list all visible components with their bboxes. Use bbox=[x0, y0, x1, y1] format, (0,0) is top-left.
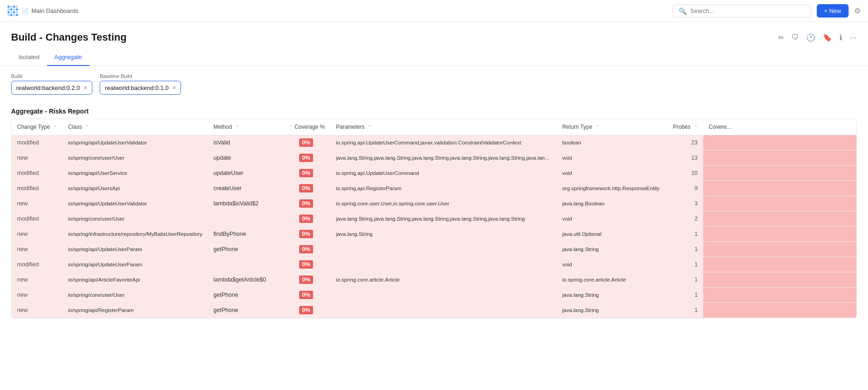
logo-dot bbox=[10, 6, 12, 8]
cell-coverage: 0% bbox=[282, 272, 330, 288]
cell-covered bbox=[703, 272, 856, 288]
coverage-badge: 0% bbox=[299, 138, 313, 147]
table-header-row: Change Type ⌃ Class ⌃ Method ⌃ ⌃ Coverag… bbox=[12, 119, 856, 135]
baseline-filter-remove[interactable]: × bbox=[172, 84, 176, 91]
dashboard-icon: 📄 bbox=[22, 8, 29, 14]
cell-parameters: io.spring.core.article.Article bbox=[331, 272, 557, 288]
new-button[interactable]: + New bbox=[817, 4, 849, 18]
cell-method: findByPhone bbox=[208, 227, 282, 242]
table-row[interactable]: new io/spring/infrastructure/repository/… bbox=[12, 227, 856, 242]
comment-icon[interactable]: 🗨 bbox=[791, 33, 799, 42]
table-row[interactable]: modified io/spring/api/UpdateUserParam 0… bbox=[12, 257, 856, 272]
tab-isolated[interactable]: Isolated bbox=[11, 49, 47, 66]
col-header-method[interactable]: Method ⌃ bbox=[208, 119, 282, 135]
cell-class: io/spring/core/user/User bbox=[63, 211, 208, 227]
col-header-covered[interactable]: Covere... bbox=[703, 119, 856, 135]
cell-class: io/spring/api/ArticleFavoriteApi bbox=[63, 272, 208, 288]
bookmark-icon[interactable]: 🔖 bbox=[823, 33, 832, 42]
cell-return-type: void bbox=[557, 211, 668, 227]
logo-dot bbox=[16, 8, 18, 11]
cell-return-type: boolean bbox=[557, 135, 668, 150]
logo-dot bbox=[13, 6, 15, 8]
cell-coverage: 0% bbox=[282, 196, 330, 211]
col-header-return-type[interactable]: Return Type ⌃ bbox=[557, 119, 668, 135]
cell-method bbox=[208, 257, 282, 272]
cell-change-type: new bbox=[12, 242, 63, 257]
history-icon[interactable]: 🕐 bbox=[806, 33, 815, 42]
logo-dot bbox=[7, 6, 10, 8]
cell-parameters: io.spring.api.UpdateUserCommand,javax.va… bbox=[331, 135, 557, 150]
filters: Build realworld:backend:0.2.0 × Baseline… bbox=[0, 66, 868, 102]
cell-probes: 2 bbox=[668, 211, 703, 227]
coverage-badge: 0% bbox=[299, 215, 313, 223]
breadcrumb-label[interactable]: Main Dashboards bbox=[31, 7, 78, 14]
sort-arrow-return: ⌃ bbox=[596, 125, 599, 130]
build-filter-remove[interactable]: × bbox=[84, 84, 87, 91]
cell-parameters bbox=[331, 242, 557, 257]
build-filter-chip[interactable]: realworld:backend:0.2.0 × bbox=[11, 81, 92, 95]
cell-coverage: 0% bbox=[282, 257, 330, 272]
sort-arrow-coverage-up: ⌃ bbox=[289, 125, 293, 130]
settings-icon[interactable]: ⚙ bbox=[854, 6, 861, 15]
more-icon[interactable]: ⋯ bbox=[850, 33, 857, 42]
cell-return-type: org.springframework.http.ResponseEntity bbox=[557, 181, 668, 196]
table-row[interactable]: new io/spring/api/UpdateUserValidator la… bbox=[12, 196, 856, 211]
logo-dot bbox=[7, 14, 10, 16]
cell-probes: 10 bbox=[668, 166, 703, 181]
col-header-parameters[interactable]: Parameters ⌃ bbox=[331, 119, 557, 135]
cell-class: io/spring/infrastructure/repository/MyBa… bbox=[63, 227, 208, 242]
cell-change-type: new bbox=[12, 150, 63, 166]
sort-arrow-change-type: ⌃ bbox=[54, 125, 57, 130]
cell-class: io/spring/core/user/User bbox=[63, 150, 208, 166]
table-row[interactable]: modified io/spring/api/UsersApi createUs… bbox=[12, 181, 856, 196]
cell-probes: 1 bbox=[668, 257, 703, 272]
logo-dot bbox=[16, 14, 18, 16]
cell-coverage: 0% bbox=[282, 211, 330, 227]
cell-change-type: new bbox=[12, 288, 63, 303]
app-logo[interactable] bbox=[7, 6, 18, 16]
search-box[interactable]: 🔍 bbox=[673, 5, 811, 18]
cell-covered bbox=[703, 288, 856, 303]
logo-dot bbox=[16, 11, 18, 13]
cell-covered bbox=[703, 227, 856, 242]
cell-probes: 3 bbox=[668, 196, 703, 211]
info-icon[interactable]: ℹ bbox=[839, 33, 842, 42]
cell-return-type: java.lang.String bbox=[557, 303, 668, 318]
table-row[interactable]: new io/spring/api/RegisterParam getPhone… bbox=[12, 303, 856, 318]
cell-parameters bbox=[331, 257, 557, 272]
cell-parameters: java.lang.String,java.lang.String,java.l… bbox=[331, 150, 557, 166]
sort-arrow-method: ⌃ bbox=[235, 125, 239, 130]
col-header-class[interactable]: Class ⌃ bbox=[63, 119, 208, 135]
cell-parameters: io.spring.api.RegisterParam bbox=[331, 181, 557, 196]
risk-table-container: Change Type ⌃ Class ⌃ Method ⌃ ⌃ Coverag… bbox=[11, 119, 857, 318]
cell-probes: 1 bbox=[668, 288, 703, 303]
cell-return-type: void bbox=[557, 257, 668, 272]
cell-return-type: java.lang.Boolean bbox=[557, 196, 668, 211]
col-header-change-type[interactable]: Change Type ⌃ bbox=[12, 119, 63, 135]
search-input[interactable] bbox=[690, 7, 805, 14]
cell-coverage: 0% bbox=[282, 227, 330, 242]
logo-dot bbox=[16, 6, 18, 8]
table-row[interactable]: modified io/spring/api/UserService updat… bbox=[12, 166, 856, 181]
logo-dot bbox=[7, 11, 10, 13]
table-row[interactable]: new io/spring/api/UpdateUserParam getPho… bbox=[12, 242, 856, 257]
col-header-coverage[interactable]: ⌃ Coverage % bbox=[282, 119, 330, 135]
logo-dot bbox=[10, 14, 12, 16]
cell-class: io/spring/api/UpdateUserValidator bbox=[63, 196, 208, 211]
cell-return-type: java.util.Optional bbox=[557, 227, 668, 242]
table-row[interactable]: modified io/spring/api/UpdateUserValidat… bbox=[12, 135, 856, 150]
table-row[interactable]: new io/spring/core/user/User getPhone 0%… bbox=[12, 288, 856, 303]
coverage-badge: 0% bbox=[299, 245, 313, 253]
baseline-filter-chip[interactable]: realworld:backend:0.1.0 × bbox=[100, 81, 181, 95]
tab-aggregate[interactable]: Aggregate bbox=[47, 49, 90, 66]
cell-method bbox=[208, 211, 282, 227]
cell-change-type: new bbox=[12, 196, 63, 211]
col-header-probes[interactable]: Probes ⌃ bbox=[668, 119, 703, 135]
edit-icon[interactable]: ✏ bbox=[778, 33, 784, 42]
table-row[interactable]: modified io/spring/core/user/User 0% jav… bbox=[12, 211, 856, 227]
cell-change-type: modified bbox=[12, 257, 63, 272]
cell-return-type: void bbox=[557, 166, 668, 181]
cell-change-type: modified bbox=[12, 211, 63, 227]
table-row[interactable]: new io/spring/api/ArticleFavoriteApi lam… bbox=[12, 272, 856, 288]
table-row[interactable]: new io/spring/core/user/User update 0% j… bbox=[12, 150, 856, 166]
